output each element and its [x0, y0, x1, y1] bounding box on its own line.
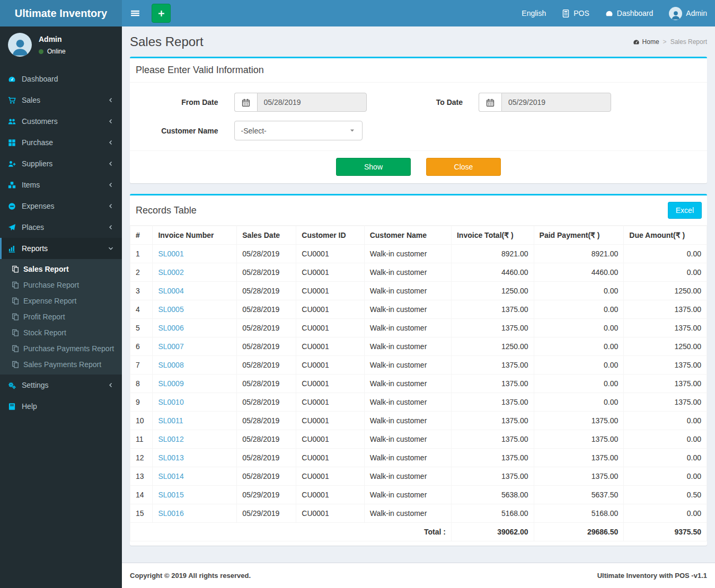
sidebar-item-purchase[interactable]: Purchase [0, 132, 122, 153]
cell-customer-name: Walk-in customer [364, 263, 451, 282]
sidebar-item-expenses[interactable]: Expenses [0, 195, 122, 217]
cell-paid-payment: 1375.00 [534, 430, 624, 449]
invoice-link[interactable]: SL0010 [158, 398, 183, 406]
invoice-link[interactable]: SL0012 [158, 435, 183, 443]
invoice-link[interactable]: SL0007 [158, 342, 183, 351]
sidebar-item-dashboard[interactable]: Dashboard [0, 68, 122, 90]
cell-invoice-total: 1375.00 [451, 393, 534, 412]
paper-plane-icon [8, 224, 16, 231]
sidebar-item-places[interactable]: Places [0, 217, 122, 238]
from-date-calendar-addon[interactable] [234, 93, 257, 112]
sidebar-item-suppliers[interactable]: Suppliers [0, 153, 122, 174]
sidebar-menu: DashboardSalesCustomersPurchaseSuppliers… [0, 68, 122, 417]
breadcrumb-home-link[interactable]: Home [633, 38, 659, 46]
chevron-down-wrap [108, 245, 114, 252]
cell-customer-id: CU0001 [296, 319, 364, 337]
to-date-input[interactable] [501, 93, 611, 112]
from-date-group [234, 93, 367, 112]
cell-paid-payment: 1375.00 [534, 449, 624, 467]
total-value-0: 39062.00 [451, 523, 534, 541]
chevron-left-wrap [108, 224, 114, 230]
cell-row-number: 10 [130, 412, 153, 430]
invoice-link[interactable]: SL0015 [158, 491, 183, 499]
quick-add-button[interactable] [152, 4, 171, 23]
user-status[interactable]: Online [39, 48, 66, 55]
cell-customer-id: CU0001 [296, 245, 364, 263]
cell-sales-date: 05/28/2019 [237, 449, 296, 467]
invoice-link[interactable]: SL0009 [158, 379, 183, 388]
cell-sales-date: 05/28/2019 [237, 412, 296, 430]
sidebar-subitem-stock-report[interactable]: Stock Report [0, 325, 122, 341]
table-row: 1SL000105/28/2019CU0001Walk-in customer8… [130, 245, 707, 263]
cell-customer-id: CU0001 [296, 300, 364, 319]
cell-due-amount: 0.00 [624, 412, 707, 430]
invoice-link[interactable]: SL0008 [158, 361, 183, 369]
total-value-2: 9375.50 [624, 523, 707, 541]
sidebar-item-settings[interactable]: Settings [0, 375, 122, 396]
invoice-link[interactable]: SL0013 [158, 453, 183, 462]
column-header-customer-id: Customer ID [296, 226, 364, 245]
user-plus-icon [8, 160, 16, 168]
invoice-link[interactable]: SL0014 [158, 472, 183, 480]
sidebar-item-label: Customers [22, 117, 58, 126]
invoice-link[interactable]: SL0001 [158, 250, 183, 258]
sidebar-item-label: Reports [22, 244, 48, 253]
cell-sales-date: 05/28/2019 [237, 319, 296, 337]
sidebar-subitem-expense-report[interactable]: Expense Report [0, 293, 122, 309]
show-button[interactable]: Show [336, 158, 411, 176]
places-icon-wrap [8, 224, 17, 231]
customer-col: -Select- [226, 121, 370, 140]
invoice-link[interactable]: SL0016 [158, 509, 183, 518]
sidebar-item-label: Items [22, 181, 40, 189]
close-button[interactable]: Close [426, 158, 501, 176]
app-logo[interactable]: Ultimate Inventory [0, 0, 122, 26]
sidebar-subitem-purchase-payments-report[interactable]: Purchase Payments Report [0, 341, 122, 357]
nav-item-english[interactable]: English [514, 0, 554, 26]
submenu-item-label: Stock Report [23, 328, 66, 337]
nav-item-pos[interactable]: POS [554, 0, 597, 26]
cell-sales-date: 05/28/2019 [237, 393, 296, 412]
sidebar-item-help[interactable]: Help [0, 396, 122, 417]
cell-due-amount: 1375.00 [624, 356, 707, 375]
sidebar-subitem-profit-report[interactable]: Profit Report [0, 309, 122, 325]
cell-invoice-number: SL0011 [153, 412, 237, 430]
invoice-link[interactable]: SL0005 [158, 305, 183, 314]
content-wrapper: Sales Report Home > Sales Report Please … [122, 26, 715, 588]
cell-sales-date: 05/28/2019 [237, 356, 296, 375]
sidebar-item-reports[interactable]: Reports [0, 238, 122, 259]
invoice-link[interactable]: SL0002 [158, 268, 183, 277]
submenu-reports: Sales ReportPurchase ReportExpense Repor… [0, 259, 122, 375]
sidebar-subitem-sales-report[interactable]: Sales Report [0, 261, 122, 277]
sidebar-toggle-button[interactable] [122, 0, 148, 26]
sidebar-subitem-purchase-report[interactable]: Purchase Report [0, 277, 122, 293]
nav-item-dashboard[interactable]: Dashboard [597, 0, 661, 26]
cell-due-amount: 1250.00 [624, 337, 707, 356]
cell-row-number: 6 [130, 337, 153, 356]
invoice-link[interactable]: SL0006 [158, 324, 183, 332]
cell-sales-date: 05/29/2019 [237, 504, 296, 523]
cell-due-amount: 0.00 [624, 263, 707, 282]
sidebar-item-label: Dashboard [22, 75, 58, 83]
angle-left-icon [108, 224, 114, 230]
customer-select[interactable]: -Select- [234, 121, 363, 140]
excel-export-button[interactable]: Excel [668, 202, 702, 219]
calendar-icon [486, 99, 495, 107]
menu-icon [130, 8, 140, 18]
to-date-calendar-addon[interactable] [479, 93, 501, 112]
sidebar-item-items[interactable]: Items [0, 174, 122, 195]
records-table: #Invoice NumberSales DateCustomer IDCust… [130, 226, 707, 541]
sidebar-item-sales[interactable]: Sales [0, 90, 122, 111]
invoice-link[interactable]: SL0011 [158, 416, 183, 425]
cell-invoice-total: 1250.00 [451, 282, 534, 300]
page-title: Sales Report [130, 34, 204, 49]
cell-invoice-total: 1375.00 [451, 375, 534, 393]
copy-icon [12, 281, 19, 289]
sidebar-item-customers[interactable]: Customers [0, 111, 122, 132]
submenu-item-label: Sales Payments Report [23, 360, 101, 369]
nav-item-admin[interactable]: Admin [661, 0, 715, 26]
sidebar-subitem-sales-payments-report[interactable]: Sales Payments Report [0, 357, 122, 372]
customer-name-label: Customer Name [130, 127, 226, 135]
cell-customer-id: CU0001 [296, 393, 364, 412]
invoice-link[interactable]: SL0004 [158, 287, 183, 295]
from-date-input[interactable] [257, 93, 367, 112]
